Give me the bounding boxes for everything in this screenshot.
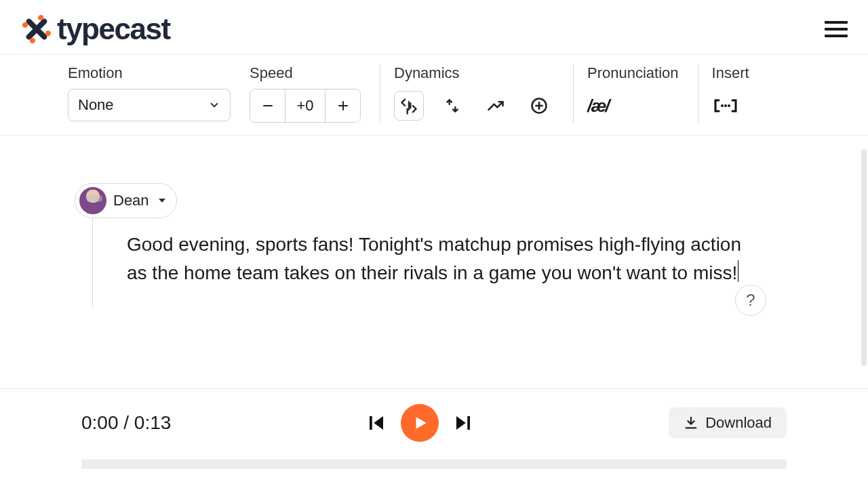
brand-logo[interactable]: typecast <box>20 12 170 46</box>
help-button[interactable]: ? <box>735 285 766 316</box>
circle-plus-icon <box>530 96 549 115</box>
pronunciation-group: Pronunciation /æ/ <box>573 64 698 123</box>
progress-bar[interactable] <box>81 460 787 469</box>
player-bar: 0:00 / 0:13 <box>0 388 868 488</box>
plus-icon <box>337 100 349 112</box>
svg-point-15 <box>721 104 724 107</box>
script-thread: Good evening, sports fans! Tonight's mat… <box>92 213 800 308</box>
skip-previous-icon <box>366 413 387 433</box>
download-button[interactable]: Download <box>669 407 787 439</box>
skip-next-button[interactable] <box>451 411 475 435</box>
svg-point-17 <box>728 104 730 107</box>
dynamics-replay-button[interactable] <box>394 91 424 121</box>
emotion-label: Emotion <box>68 64 231 82</box>
editor-area: Dean Good evening, sports fans! Tonight'… <box>0 136 868 321</box>
emotion-select[interactable]: None <box>68 89 231 121</box>
logo-icon <box>20 13 53 45</box>
play-icon <box>411 414 429 432</box>
speed-group: Speed +0 <box>250 64 380 123</box>
svg-point-16 <box>724 104 727 107</box>
caret-down-icon <box>159 199 165 203</box>
trend-arrow-icon <box>486 96 505 115</box>
vertical-scrollbar[interactable] <box>861 149 867 366</box>
toolbar: Emotion None Speed +0 Dynamics <box>0 54 868 136</box>
minus-icon <box>262 100 274 112</box>
script-content: Good evening, sports fans! Tonight's mat… <box>127 234 741 283</box>
help-label: ? <box>746 291 755 310</box>
chevron-down-icon <box>208 99 220 111</box>
brand-name: typecast <box>57 12 170 46</box>
dynamics-add-button[interactable] <box>524 91 554 121</box>
skip-next-icon <box>453 413 473 433</box>
skip-previous-button[interactable] <box>364 411 389 435</box>
voice-avatar <box>79 187 106 214</box>
time-current: 0:00 <box>81 412 119 433</box>
svg-rect-18 <box>370 416 372 430</box>
play-button[interactable] <box>401 404 439 442</box>
insert-group: Insert <box>698 64 768 123</box>
insert-button[interactable] <box>712 91 739 121</box>
emotion-value: None <box>78 96 114 114</box>
speed-value: +0 <box>285 89 325 122</box>
time-duration: 0:13 <box>134 412 172 433</box>
pitch-updown-icon <box>443 97 461 115</box>
pronunciation-label: Pronunciation <box>587 64 679 82</box>
speed-control: +0 <box>250 89 361 123</box>
speed-label: Speed <box>250 64 361 82</box>
playback-time: 0:00 / 0:13 <box>81 412 171 434</box>
speed-increase-button[interactable] <box>325 89 360 122</box>
menu-button[interactable] <box>825 21 848 37</box>
emotion-group: Emotion None <box>68 64 250 121</box>
voice-chip[interactable]: Dean <box>75 183 177 218</box>
download-label: Download <box>705 414 772 432</box>
dynamics-pitch-button[interactable] <box>437 91 467 121</box>
svg-rect-19 <box>468 416 471 430</box>
text-cursor <box>738 260 738 282</box>
pronunciation-button[interactable]: /æ/ <box>587 96 609 117</box>
app-header: typecast <box>0 0 868 54</box>
script-text[interactable]: Good evening, sports fans! Tonight's mat… <box>127 230 764 287</box>
speed-decrease-button[interactable] <box>250 89 285 122</box>
voice-name: Dean <box>113 192 149 209</box>
dynamics-trend-button[interactable] <box>481 91 511 121</box>
insert-brackets-icon <box>712 96 739 115</box>
replay-icon <box>399 96 418 115</box>
dynamics-group: Dynamics <box>380 64 573 123</box>
insert-label: Insert <box>712 64 749 82</box>
playback-controls <box>364 404 475 442</box>
dynamics-label: Dynamics <box>394 64 554 82</box>
download-icon <box>684 415 698 430</box>
